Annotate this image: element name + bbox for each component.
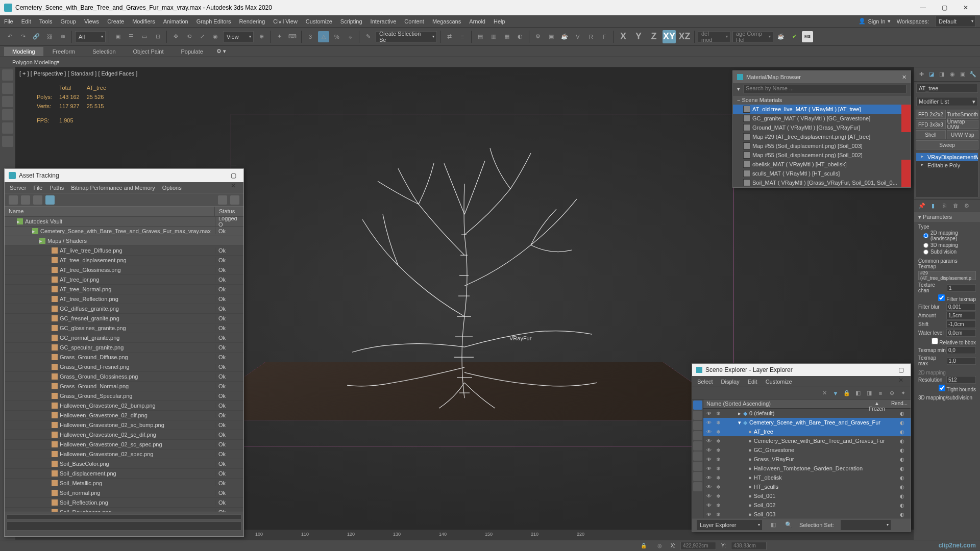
scene-materials-header[interactable]: − Scene Materials xyxy=(733,95,911,105)
asset-file-row[interactable]: Halloween_Gravestone_02_spec.pngOk xyxy=(5,449,243,459)
freeze-icon[interactable]: ❄ xyxy=(715,483,722,490)
custom-input-1[interactable]: del mod xyxy=(698,31,730,42)
asset-col-status[interactable]: Status xyxy=(215,207,243,216)
scene-node[interactable]: 👁❄▾ ◆ Cemetery_Scene_with_Bare_Tree_and_… xyxy=(703,418,911,427)
keyboard-icon[interactable]: ⌨ xyxy=(287,31,298,42)
scene-node[interactable]: 👁❄ ● Soil_002◐ xyxy=(703,500,911,510)
menu-edit[interactable]: Edit xyxy=(21,18,31,24)
modifier-btn-ffd-2x2x2[interactable]: FFD 2x2x2 xyxy=(916,110,946,119)
modifier-btn-turbosmooth[interactable]: TurboSmooth xyxy=(947,110,978,119)
renderable-icon[interactable]: ◐ xyxy=(898,492,905,499)
schematic-icon[interactable]: ▦ xyxy=(501,31,512,42)
asset-help-icon[interactable] xyxy=(218,195,227,205)
edit-named-sel-icon[interactable]: ✎ xyxy=(362,31,374,42)
renderable-icon[interactable]: ◐ xyxy=(898,419,905,426)
close-button[interactable]: ✕ xyxy=(955,3,976,13)
motion-tab-icon[interactable]: ◉ xyxy=(948,70,957,79)
axis-x-button[interactable]: X xyxy=(617,30,630,43)
scene-layer-icon[interactable]: ◧ xyxy=(853,389,863,398)
asset-group-row[interactable]: ▸Maps / Shaders xyxy=(5,236,243,246)
asset-file-row[interactable]: Soil_normal.pngOk xyxy=(5,488,243,498)
workspaces-dropdown[interactable]: Default xyxy=(935,16,976,27)
show-end-icon[interactable]: ▮ xyxy=(928,201,938,210)
menu-arnold[interactable]: Arnold xyxy=(469,18,485,24)
asset-menu-server[interactable]: Server xyxy=(10,185,26,191)
custom-input-2[interactable]: age Comp Hel xyxy=(732,31,773,42)
renderable-icon[interactable]: ◐ xyxy=(898,474,905,481)
scene-type-group-icon[interactable] xyxy=(693,472,702,481)
vp-layout-2-icon[interactable] xyxy=(2,83,13,94)
texmap-button[interactable]: #29 (AT_tree_displasement.p xyxy=(918,271,976,280)
scene-node[interactable]: 👁❄ ● AT_tree◐ xyxy=(703,427,911,436)
menu-scripting[interactable]: Scripting xyxy=(340,18,362,24)
renderable-icon[interactable]: ◐ xyxy=(898,428,905,435)
viewport-label[interactable]: [ + ] [ Perspective ] [ Standard ] [ Edg… xyxy=(19,70,137,77)
parameters-rollout[interactable]: ▾ Parameters xyxy=(914,212,980,222)
modifier-editable poly[interactable]: Editable Poly xyxy=(916,161,978,169)
align-icon[interactable]: ≡ xyxy=(457,31,468,42)
asset-grid-icon[interactable] xyxy=(45,195,55,205)
material-item[interactable]: Soil_MAT ( VRayMtl ) [Grass_VRayFur, Soi… xyxy=(733,178,911,187)
lock-selection-icon[interactable]: 🔒 xyxy=(638,540,649,552)
visibility-icon[interactable]: 👁 xyxy=(705,474,713,481)
scene-menu-customize[interactable]: Customize xyxy=(766,379,792,385)
scene-node[interactable]: 👁❄ ● Soil_003◐ xyxy=(703,510,911,518)
material-search-input[interactable]: Search by Name ... xyxy=(743,85,906,93)
ribbon-tab-object paint[interactable]: Object Paint xyxy=(125,47,172,56)
asset-file-row[interactable]: Soil_BaseColor.pngOk xyxy=(5,459,243,469)
vray-vfb-icon[interactable]: F xyxy=(599,31,610,42)
window-crossing-icon[interactable]: ⊡ xyxy=(152,31,163,42)
asset-file-row[interactable]: Soil_displacement.pngOk xyxy=(5,469,243,479)
asset-col-name[interactable]: Name xyxy=(5,207,215,216)
asset-file-row[interactable]: AT_tree_displasement.pngOk xyxy=(5,256,243,265)
menu-content[interactable]: Content xyxy=(404,18,424,24)
angle-snap-icon[interactable]: △ xyxy=(318,31,329,42)
visibility-icon[interactable]: 👁 xyxy=(705,465,713,472)
scene-menu-display[interactable]: Display xyxy=(721,379,740,385)
vp-layout-6-icon[interactable] xyxy=(2,136,13,147)
material-item[interactable]: Map #55 (Soil_displacement.png) [Soil_00… xyxy=(733,151,911,160)
green-check-icon[interactable]: ✔ xyxy=(789,31,800,42)
scene-highlight-icon[interactable]: ✦ xyxy=(898,389,908,398)
menu-group[interactable]: Group xyxy=(60,18,76,24)
teapot-icon[interactable]: ☕ xyxy=(775,31,787,42)
scale-icon[interactable]: ⤢ xyxy=(197,31,208,42)
vray-rt-icon[interactable]: R xyxy=(585,31,597,42)
asset-file-row[interactable]: AT_live_tree_Diffuse.pngOk xyxy=(5,246,243,256)
renderable-icon[interactable]: ◐ xyxy=(898,456,905,463)
renderable-icon[interactable]: ◐ xyxy=(898,437,905,444)
freeze-icon[interactable]: ❄ xyxy=(715,492,722,499)
renderable-icon[interactable]: ◐ xyxy=(898,446,905,454)
modifier-btn-ffd-3x3x3[interactable]: FFD 3x3x3 xyxy=(916,120,946,129)
freeze-icon[interactable]: ❄ xyxy=(715,474,722,481)
asset-menu-paths[interactable]: Paths xyxy=(50,185,64,191)
freeze-icon[interactable]: ❄ xyxy=(715,410,722,417)
ribbon-tab-populate[interactable]: Populate xyxy=(173,47,211,56)
material-item[interactable]: obelisk_MAT ( VRayMtl ) [HT_obelisk] xyxy=(733,160,911,169)
x-coord-field[interactable]: 422,932cm xyxy=(680,542,716,550)
scene-type-shape-icon[interactable] xyxy=(693,411,702,420)
vp-layout-5-icon[interactable] xyxy=(2,122,13,134)
modifier-vraydisplacementmod[interactable]: VRayDisplacementMod xyxy=(916,153,978,161)
asset-file-row[interactable]: Halloween_Gravestone_02_dif.pngOk xyxy=(5,411,243,420)
modify-tab-icon[interactable]: ◪ xyxy=(927,70,936,79)
scene-node[interactable]: 👁❄ ● Halloween_Tombstone_Garden_Decorati… xyxy=(703,464,911,473)
scene-close-sel-icon[interactable]: ✕ xyxy=(820,389,829,398)
mat-options-icon[interactable]: ▾ xyxy=(737,86,740,92)
scene-col-frozen[interactable]: ▲ Frozen xyxy=(866,399,888,408)
menu-interactive[interactable]: Interactive xyxy=(371,18,397,24)
asset-file-row[interactable]: Grass_Ground_Specular.pngOk xyxy=(5,391,243,401)
renderable-icon[interactable]: ◐ xyxy=(898,410,905,417)
named-selection-dropdown[interactable]: Create Selection Se xyxy=(376,31,437,42)
vp-layout-4-icon[interactable] xyxy=(2,109,13,120)
freeze-icon[interactable]: ❄ xyxy=(715,502,722,509)
material-item[interactable]: AT_old tree_live_MAT ( VRayMtl ) [AT_tre… xyxy=(733,105,911,114)
menu-rendering[interactable]: Rendering xyxy=(239,18,265,24)
scene-node[interactable]: 👁❄ ● Grass_VRayFur◐ xyxy=(703,455,911,464)
type-radio-1[interactable]: 3D mapping xyxy=(918,242,976,248)
material-item[interactable]: sculls_MAT ( VRayMtl ) [HT_sculls] xyxy=(733,169,911,178)
asset-tree-icon[interactable] xyxy=(21,195,30,205)
isolate-icon[interactable]: ◎ xyxy=(654,540,666,552)
make-unique-icon[interactable]: ⎘ xyxy=(940,201,949,210)
layer-explorer-dropdown[interactable]: Layer Explorer xyxy=(696,519,763,531)
